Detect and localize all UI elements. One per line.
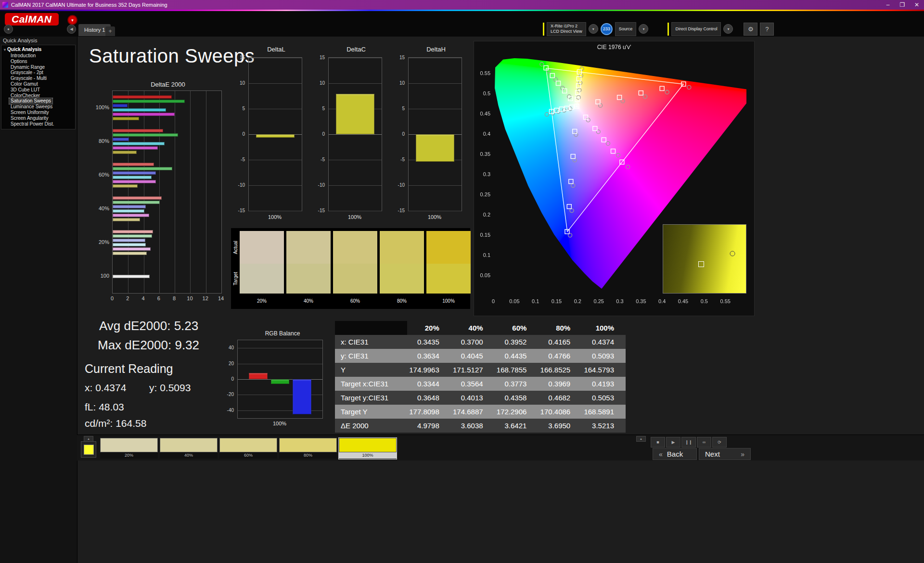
rgb-y-axis: 40200-20-40 (219, 340, 236, 418)
sidebar-item-3d-cube-lut[interactable]: 3D Cube LUT (9, 87, 41, 93)
value-cell: 0.4358 (495, 391, 539, 405)
transport-play-button[interactable]: ▶ (666, 437, 680, 448)
de-bar (113, 214, 149, 217)
panel-options-button[interactable]: ● (4, 25, 13, 34)
maximize-button[interactable]: ❐ (895, 0, 910, 10)
tree-root[interactable]: ▾Quick Analysis (1, 47, 75, 53)
fl-readout: fL: 48.03 (85, 401, 124, 413)
de-bar (113, 113, 175, 116)
sidebar-item-luminance-sweeps[interactable]: Luminance Sweeps (9, 104, 54, 110)
transport-refresh-button[interactable]: ⟳ (712, 437, 727, 448)
axis-tick-label: -20 (227, 392, 234, 397)
pattern-swatch-80[interactable]: 80% (279, 438, 337, 459)
display-control-dropdown[interactable]: Direct Display Control (671, 22, 721, 36)
gridline (409, 83, 462, 84)
collapse-left-icon: ◀ (70, 27, 73, 31)
repeat-icon: ∞ (703, 440, 706, 445)
gridline (238, 364, 322, 364)
source-dropdown[interactable]: Source (615, 22, 637, 36)
value-cell: 174.9963 (407, 363, 451, 377)
value-cell: 170.4086 (538, 405, 582, 419)
calman-logo: CalMAN (5, 13, 59, 26)
pattern-swatch-60[interactable]: 60% (219, 438, 277, 459)
app-icon (2, 2, 8, 8)
sidebar-item-grayscale-2pt[interactable]: Grayscale - 2pt (9, 70, 45, 76)
deltaC-plot-area (328, 57, 382, 211)
cie-title: CIE 1976 u'v' (474, 44, 754, 51)
pattern-swatch-20[interactable]: 20% (100, 438, 158, 459)
transport-pause-button[interactable]: ❙❙ (681, 437, 696, 448)
value-cell: 0.4045 (451, 349, 495, 363)
pattern-window-button[interactable] (81, 441, 96, 458)
sidebar-item-colorchecker[interactable]: ColorChecker (9, 93, 41, 99)
bar-deltah (416, 134, 454, 162)
de-bar (113, 239, 145, 242)
de-bar (113, 205, 146, 208)
row-label-cell: ΔE 2000 (335, 419, 407, 433)
value-cell: 168.7855 (495, 363, 539, 377)
swatch-label: 100% (339, 452, 397, 459)
value-cell: 4.9798 (407, 419, 451, 433)
meter-dropdown[interactable]: X-Rite i1Pro 2 LCD Direct View (547, 22, 586, 36)
titlebar: CalMAN 2017 CalMAN Ultimate for Business… (0, 0, 924, 10)
axis-tick-label: 5 (322, 106, 325, 111)
de-bar (113, 133, 178, 137)
axis-tick-label: 5 (402, 106, 405, 111)
pattern-color-square (84, 445, 94, 455)
deltaE2000-chart: DeltaE 2000 100%80%60%40%20%100 02468101… (95, 81, 224, 308)
bar-deltal (256, 134, 294, 138)
back-button[interactable]: « Back (653, 448, 697, 460)
meter-dropdown-button[interactable]: ▾ (589, 24, 598, 34)
sidebar-item-screen-uniformity[interactable]: Screen Uniformity (9, 110, 50, 115)
gridline (190, 91, 191, 293)
table-header-row: 20%40%60%80%100% (335, 321, 626, 335)
sidebar-item-grayscale-multi[interactable]: Grayscale - Multi (9, 76, 48, 81)
value-cell: 0.4193 (582, 377, 626, 391)
source-dropdown-button[interactable]: ▾ (639, 24, 648, 34)
sidebar-item-introduction[interactable]: Introduction (9, 53, 37, 59)
axis-tick-label: 60% (99, 172, 109, 178)
de-bar (113, 167, 172, 170)
axis-tick-label: 100 (101, 273, 109, 279)
next-button[interactable]: Next » (699, 448, 751, 460)
pattern-swatch-40[interactable]: 40% (160, 438, 218, 459)
transport-popup-tab[interactable]: ▲ (636, 436, 646, 442)
deltaE-y-axis: 100%80%60%40%20%100 (95, 90, 111, 293)
sidebar-item-dynamic-range[interactable]: Dynamic Range (9, 64, 46, 70)
minimize-button[interactable]: – (881, 0, 895, 10)
deltaL-plot-area (248, 57, 302, 211)
de-bar (113, 209, 144, 213)
axis-tick-label: -15 (238, 208, 245, 213)
gridline (329, 83, 382, 84)
sidebar-item-saturation-sweeps[interactable]: Saturation Sweeps (9, 98, 52, 104)
table-header-cell: 100% (582, 321, 626, 335)
current-y-readout: y: 0.5093 (149, 382, 191, 394)
de-bar (113, 196, 162, 200)
settings-button[interactable]: ⚙ (744, 23, 757, 36)
close-button[interactable]: ✕ (910, 0, 924, 10)
logo-menu-button[interactable]: ▾ (67, 15, 77, 25)
display-dropdown-button[interactable]: ▾ (723, 24, 733, 34)
add-tab-button[interactable]: + (105, 26, 115, 36)
help-button[interactable]: ? (760, 23, 774, 36)
sidebar-item-color-gamut[interactable]: Color Gamut (9, 81, 39, 87)
back-label: Back (667, 450, 683, 458)
value-cell: 171.5127 (451, 363, 495, 377)
transport-stop-button[interactable]: ■ (651, 437, 665, 448)
gridline (409, 58, 462, 58)
deltaC-x-label: 100% (328, 214, 381, 220)
value-cell: 0.4374 (582, 335, 626, 349)
deltaL-chart: DeltaL 151050-5-10-15 100% (234, 46, 304, 225)
transport-repeat-button[interactable]: ∞ (697, 437, 711, 448)
swatch-color (160, 438, 218, 452)
sidebar-collapse-button[interactable]: ◀ (67, 25, 76, 34)
sidebar-item-options[interactable]: Options (9, 59, 28, 64)
axis-tick-label: 2 (126, 295, 129, 301)
actual-target-panel: Actual Target 20%40%60%80%100% (231, 228, 470, 309)
sidebar-item-spectral-power-dist[interactable]: Spectral Power Dist. (9, 121, 56, 127)
pattern-swatch-100[interactable]: 100% (339, 438, 397, 459)
axis-tick-label: 4 (142, 295, 145, 301)
current-reading-label: Current Reading (85, 362, 173, 376)
chevron-down-icon: ▾ (727, 27, 729, 31)
sidebar-item-screen-angularity[interactable]: Screen Angularity (9, 115, 50, 121)
